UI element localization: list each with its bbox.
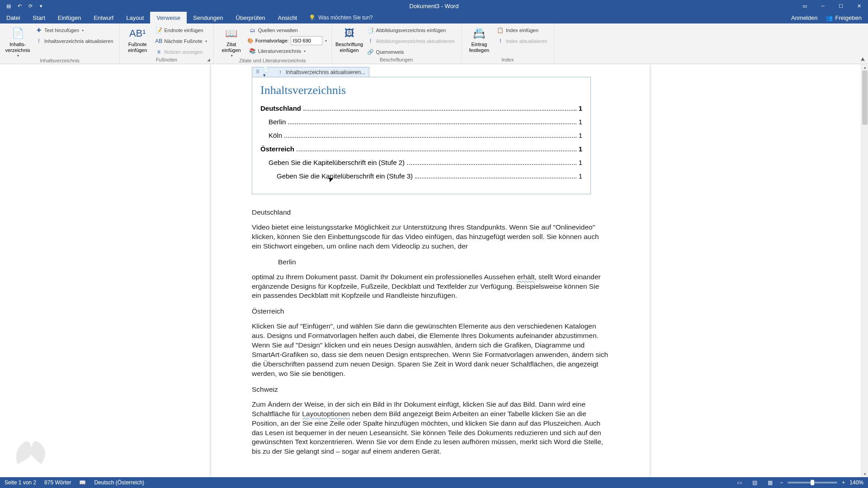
- close-button[interactable]: ✕: [850, 0, 868, 12]
- redo-button[interactable]: ⟳: [25, 1, 35, 11]
- spelling-error[interactable]: Layoutoptionen: [302, 410, 350, 418]
- toc-button[interactable]: 📄 Inhalts-verzeichnis▼: [5, 25, 31, 58]
- language-indicator[interactable]: Deutsch (Österreich): [94, 479, 144, 486]
- heading-1[interactable]: Österreich: [252, 307, 609, 316]
- bibliography-button[interactable]: 📚Literaturverzeichnis▾: [247, 46, 327, 56]
- share-label: Freigeben: [835, 14, 862, 21]
- word-count[interactable]: 875 Wörter: [44, 479, 71, 486]
- grip-icon[interactable]: ⠿: [254, 69, 261, 76]
- zoom-level[interactable]: 140%: [849, 479, 863, 486]
- share-icon: 👥: [826, 14, 833, 21]
- maximize-button[interactable]: ☐: [832, 0, 850, 12]
- redo-icon: ⟳: [28, 3, 33, 9]
- toc-leader: [303, 110, 576, 111]
- tab-file[interactable]: Datei: [0, 12, 26, 23]
- save-icon: ▤: [6, 3, 11, 9]
- paragraph[interactable]: Klicken Sie auf "Einfügen", und wählen S…: [252, 322, 609, 379]
- update-field-icon[interactable]: !: [277, 69, 284, 76]
- minimize-button[interactable]: ─: [814, 0, 832, 12]
- tell-me-search[interactable]: 💡 Was möchten Sie tun?: [309, 12, 373, 23]
- caption-icon: 🖼: [342, 26, 357, 41]
- web-layout-button[interactable]: ▦: [764, 478, 775, 487]
- update-index-button: !Index aktualisieren: [495, 36, 549, 46]
- tab-mailings[interactable]: Sendungen: [187, 12, 230, 23]
- toc-field-menu-icon[interactable]: 📄▾: [263, 69, 270, 76]
- toc-entry[interactable]: Geben Sie die Kapitelüberschrift ein (St…: [260, 159, 582, 167]
- page-indicator[interactable]: Seite 1 von 2: [5, 479, 36, 486]
- tell-me-placeholder: Was möchten Sie tun?: [318, 14, 373, 21]
- scroll-down-button[interactable]: ▾: [861, 471, 868, 477]
- insert-tof-button[interactable]: 📑Abbildungsverzeichnis einfügen: [365, 25, 457, 35]
- insert-citation-button[interactable]: 📖 Zitat einfügen▼: [218, 25, 245, 58]
- toc-container[interactable]: Inhaltsverzeichnis Deutschland1 Berlin1 …: [252, 77, 591, 194]
- toc-button-label: Inhalts-verzeichnis: [5, 42, 31, 53]
- group-footnotes: AB¹ Fußnote einfügen 📝Endnote einfügen A…: [120, 23, 213, 64]
- add-text-button[interactable]: ✚Text hinzufügen▾: [33, 25, 115, 35]
- citation-style-label: Formatvorlage:: [255, 38, 289, 43]
- scroll-up-button[interactable]: ▴: [861, 64, 868, 70]
- toc-entry[interactable]: Köln1: [260, 131, 582, 140]
- bibliography-label: Literaturverzeichnis: [258, 48, 301, 54]
- insert-endnote-button[interactable]: 📝Endnote einfügen: [153, 25, 208, 35]
- cross-reference-button[interactable]: 🔗Querverweis: [365, 47, 457, 57]
- next-footnote-button[interactable]: ABNächste Fußnote▾: [153, 36, 208, 46]
- document-body[interactable]: Deutschland Video bietet eine leistungss…: [252, 208, 609, 456]
- insert-tof-label: Abbildungsverzeichnis einfügen: [376, 28, 446, 33]
- citation-style-select[interactable]: [291, 36, 322, 45]
- heading-1[interactable]: Schweiz: [252, 385, 609, 394]
- toc-entry[interactable]: Berlin1: [260, 118, 582, 126]
- vertical-scrollbar[interactable]: ▴ ▾: [861, 64, 868, 477]
- toc-entry[interactable]: Geben Sie die Kapitelüberschrift ein (St…: [260, 172, 582, 180]
- read-mode-button[interactable]: ▭: [734, 478, 745, 487]
- tab-references[interactable]: Verweise: [150, 12, 187, 23]
- toc-entry-text: Österreich: [260, 145, 294, 153]
- mark-entry-button[interactable]: 📇 Eintrag festlegen: [466, 25, 492, 53]
- toc-entry[interactable]: Deutschland1: [260, 104, 582, 113]
- signin-button[interactable]: Anmelden: [791, 14, 818, 21]
- tab-review[interactable]: Überprüfen: [230, 12, 272, 23]
- print-layout-button[interactable]: ▤: [749, 478, 760, 487]
- zoom-slider[interactable]: [788, 482, 837, 483]
- footnotes-dialog-launcher[interactable]: ◢: [206, 56, 212, 63]
- insert-footnote-button[interactable]: AB¹ Fußnote einfügen: [124, 25, 151, 53]
- toc-field-tab[interactable]: ⠿ 📄▾ ! Inhaltsverzeichnis aktualisieren.…: [252, 67, 369, 77]
- toc-entry[interactable]: Österreich1: [260, 145, 582, 153]
- chevron-down-icon[interactable]: ▾: [325, 39, 327, 43]
- update-index-icon: !: [497, 38, 504, 45]
- qat-customize-button[interactable]: ▾: [36, 1, 46, 11]
- spelling-error[interactable]: erhält: [517, 273, 535, 281]
- tab-view[interactable]: Ansicht: [272, 12, 304, 23]
- tab-start[interactable]: Start: [26, 12, 51, 23]
- ribbon-display-button[interactable]: ▭: [796, 0, 814, 12]
- group-footnotes-label: Fußnoten: [124, 57, 208, 63]
- share-button[interactable]: 👥Freigeben: [826, 14, 862, 21]
- heading-1[interactable]: Deutschland: [252, 208, 609, 217]
- update-toc-label: Inhaltsverzeichnis aktualisieren: [44, 38, 113, 44]
- proofing-icon[interactable]: 📖: [79, 479, 86, 486]
- watermark-logo: [9, 436, 50, 468]
- insert-caption-button[interactable]: 🖼 Beschriftung einfügen: [336, 25, 363, 53]
- insert-index-button[interactable]: 📋Index einfügen: [495, 25, 549, 35]
- zoom-in-button[interactable]: +: [842, 479, 845, 486]
- group-captions: 🖼 Beschriftung einfügen 📑Abbildungsverze…: [332, 23, 462, 64]
- tof-icon: 📑: [367, 27, 374, 34]
- save-button[interactable]: ▤: [4, 1, 14, 11]
- collapse-ribbon-button[interactable]: ⮝: [861, 57, 865, 62]
- tab-insert[interactable]: Einfügen: [52, 12, 87, 23]
- paragraph[interactable]: optimal zu Ihrem Dokument passt. Damit I…: [252, 272, 609, 301]
- heading-2[interactable]: Berlin: [252, 258, 609, 267]
- paragraph[interactable]: Zum Ändern der Weise, in der sich ein Bi…: [252, 400, 609, 457]
- manage-sources-button[interactable]: 🗂Quellen verwalten: [247, 25, 327, 35]
- tab-design[interactable]: Entwurf: [87, 12, 120, 23]
- paragraph[interactable]: Video bietet eine leistungsstarke Möglic…: [252, 223, 609, 251]
- undo-button[interactable]: ↶: [14, 1, 24, 11]
- next-footnote-label: Nächste Fußnote: [164, 38, 202, 44]
- zoom-out-button[interactable]: −: [780, 479, 783, 486]
- tab-layout[interactable]: Layout: [120, 12, 150, 23]
- zoom-slider-thumb[interactable]: [811, 480, 814, 485]
- page[interactable]: ⠿ 📄▾ ! Inhaltsverzeichnis aktualisieren.…: [211, 64, 650, 477]
- scroll-thumb[interactable]: [862, 70, 868, 125]
- update-tof-label: Abbildungsverzeichnis aktualisieren: [376, 38, 455, 44]
- footnote-icon: AB¹: [130, 26, 145, 41]
- update-toc-button[interactable]: !Inhaltsverzeichnis aktualisieren: [33, 36, 115, 46]
